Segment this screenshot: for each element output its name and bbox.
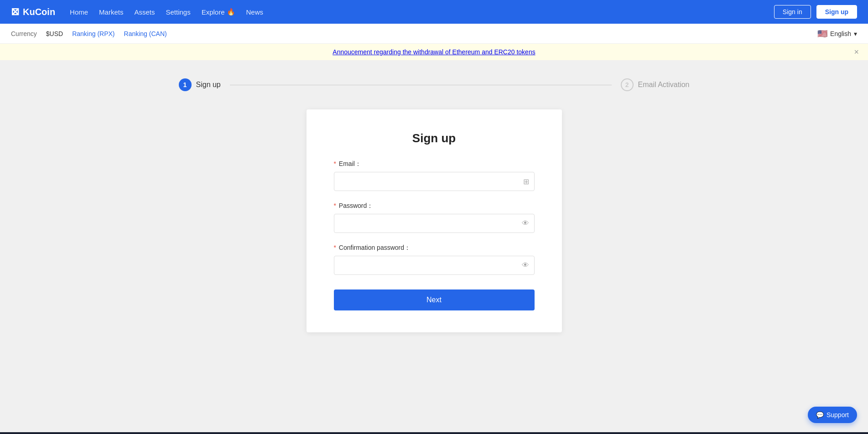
email-label: * Email： <box>334 160 535 168</box>
nav-markets[interactable]: Markets <box>99 8 123 16</box>
password-toggle-icon[interactable]: 👁 <box>522 219 529 227</box>
confirm-password-group: * Confirmation password： 👁 <box>334 244 535 275</box>
nav-explore[interactable]: Explore 🔥 <box>202 8 235 16</box>
email-input[interactable] <box>334 172 535 191</box>
chevron-down-icon: ▾ <box>854 30 857 37</box>
footer: About Us Team White Paper KCS Blockchain… <box>0 432 868 434</box>
email-required: * <box>334 160 336 167</box>
logo-icon: ⊠ <box>11 6 19 18</box>
step-1-number: 1 <box>179 78 192 91</box>
password-input-wrapper: 👁 <box>334 214 535 233</box>
language-selector[interactable]: 🇺🇸 English ▾ <box>817 29 857 39</box>
support-button[interactable]: 💬 Support <box>808 407 857 423</box>
email-input-wrapper: ⊞ <box>334 172 535 191</box>
email-group: * Email： ⊞ <box>334 160 535 191</box>
explore-label: Explore <box>202 8 225 16</box>
nav-news[interactable]: News <box>246 8 264 16</box>
logo[interactable]: ⊠ KuCoin <box>11 6 55 18</box>
signup-title: Sign up <box>334 131 535 145</box>
sub-header-left: Currency $USD Ranking (RPX) Ranking (CAN… <box>11 30 167 37</box>
confirm-label: * Confirmation password： <box>334 244 535 252</box>
step-2-number: 2 <box>621 78 634 91</box>
logo-text: KuCoin <box>23 7 55 17</box>
ranking-can-link[interactable]: Ranking (CAN) <box>124 30 167 37</box>
nav-assets[interactable]: Assets <box>134 8 155 16</box>
password-input[interactable] <box>334 214 535 233</box>
step-divider <box>230 85 612 85</box>
header-right: Sign in Sign up <box>774 5 857 19</box>
next-button[interactable]: Next <box>334 289 535 310</box>
step-2: 2 Email Activation <box>621 78 690 91</box>
signup-button[interactable]: Sign up <box>816 5 857 19</box>
announcement-close-button[interactable]: × <box>854 47 859 57</box>
email-icon: ⊞ <box>523 177 529 186</box>
confirm-required: * <box>334 244 336 251</box>
main-header: ⊠ KuCoin Home Markets Assets Settings Ex… <box>0 0 868 24</box>
password-required: * <box>334 202 336 209</box>
signup-card: Sign up * Email： ⊞ * Password： � <box>307 109 562 332</box>
main-nav: Home Markets Assets Settings Explore 🔥 N… <box>70 8 263 16</box>
support-label: Support <box>826 411 849 418</box>
support-icon: 💬 <box>816 411 824 418</box>
password-label-text: Password： <box>339 202 373 209</box>
signin-button[interactable]: Sign in <box>774 5 811 19</box>
sub-header: Currency $USD Ranking (RPX) Ranking (CAN… <box>0 24 868 44</box>
stepper: 1 Sign up 2 Email Activation <box>161 78 708 91</box>
announcement-bar: Annoucement regarding the withdrawal of … <box>0 44 868 60</box>
confirm-toggle-icon[interactable]: 👁 <box>522 261 529 269</box>
nav-home[interactable]: Home <box>70 8 88 16</box>
header-left: ⊠ KuCoin Home Markets Assets Settings Ex… <box>11 6 263 18</box>
language-label: English <box>830 30 851 37</box>
confirm-label-text: Confirmation password： <box>339 244 411 251</box>
nav-settings[interactable]: Settings <box>166 8 190 16</box>
email-label-text: Email： <box>339 160 361 167</box>
ranking-rpx-link[interactable]: Ranking (RPX) <box>72 30 114 37</box>
card-wrapper: Sign up * Email： ⊞ * Password： � <box>0 109 868 332</box>
main-content: 1 Sign up 2 Email Activation Sign up * E… <box>0 60 868 432</box>
password-group: * Password： 👁 <box>334 202 535 233</box>
step-2-label: Email Activation <box>638 81 690 89</box>
password-label: * Password： <box>334 202 535 210</box>
fire-icon: 🔥 <box>227 8 235 16</box>
confirm-password-input[interactable] <box>334 256 535 275</box>
confirm-input-wrapper: 👁 <box>334 256 535 275</box>
currency-value[interactable]: $USD <box>46 30 63 37</box>
currency-label: Currency <box>11 30 37 37</box>
step-1: 1 Sign up <box>179 78 221 91</box>
announcement-link[interactable]: Annoucement regarding the withdrawal of … <box>333 48 535 56</box>
step-1-label: Sign up <box>196 81 221 89</box>
flag-icon: 🇺🇸 <box>817 29 827 39</box>
